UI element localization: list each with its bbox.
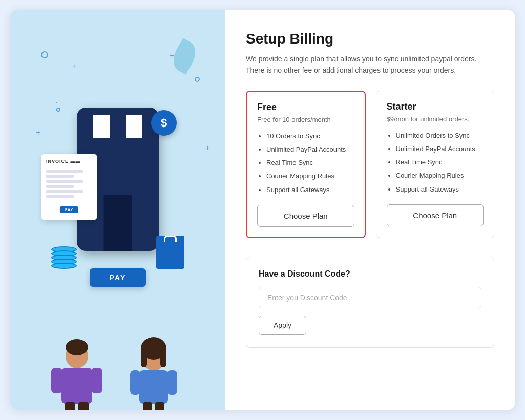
plans-container: Free Free for 10 orders/month 10 Orders … [246,91,494,238]
awning-stripes [77,115,159,138]
starter-plan-features: Unlimited Orders to Sync Unlimited PayPa… [387,131,484,194]
svg-rect-3 [51,368,62,393]
starter-plan-price: $9/mon for unlimited orders. [387,115,484,123]
awning-bottom-bar [77,138,159,151]
free-feature-5: Support all Gateways [266,185,354,195]
main-container: + + + + [10,10,515,410]
invoice-line [46,170,83,173]
free-feature-2: Unlimited PayPal Accounts [266,145,354,154]
svg-rect-6 [78,402,89,410]
apply-button[interactable]: Apply [259,316,306,335]
free-feature-3: Real Time Sync [266,158,354,167]
stripe [77,115,93,138]
free-plan-name: Free [257,102,354,113]
free-plan-features: 10 Orders to Sync Unlimited PayPal Accou… [257,132,354,195]
starter-plan-name: Starter [387,101,484,112]
page-title: Setup Billing [246,31,494,47]
discount-title: Have a Discount Code? [259,269,481,279]
starter-feature-4: Courier Mapping Rules [396,171,484,180]
invoice-card: INVOICE ▬▬ PAY [41,154,97,220]
invoice-line [46,180,83,183]
free-plan-choose-button[interactable]: Choose Plan [257,205,354,227]
svg-rect-4 [91,368,102,393]
invoice-line [46,195,74,198]
svg-rect-5 [65,402,75,410]
starter-feature-2: Unlimited PayPal Accounts [396,144,484,154]
svg-rect-11 [139,370,168,404]
invoice-line [46,175,74,178]
svg-rect-2 [61,368,92,404]
invoice-title-text: INVOICE ▬▬ [46,159,92,166]
free-feature-4: Courier Mapping Rules [266,172,354,181]
starter-feature-1: Unlimited Orders to Sync [396,131,484,140]
invoice-lines [46,170,92,198]
invoice-line [46,190,83,193]
free-plan-price: Free for 10 orders/month [257,116,354,123]
pay-button-large: PAY [90,268,146,287]
store-awning [77,115,159,151]
illustration-panel: + + + + [10,10,225,410]
starter-plan-card: Starter $9/mon for unlimited orders. Unl… [376,91,495,238]
stripe [93,115,110,138]
free-feature-1: 10 Orders to Sync [266,132,354,141]
stripe [126,115,142,138]
starter-plan-choose-button[interactable]: Choose Plan [387,204,484,226]
discount-code-input[interactable] [259,287,481,308]
svg-rect-13 [167,370,177,395]
stripe [110,115,126,138]
deco-plus-4: + [205,143,210,153]
shopping-bag [156,236,184,269]
svg-point-1 [66,339,88,355]
discount-section: Have a Discount Code? Apply [246,257,494,348]
invoice-line [46,185,74,188]
main-illustration: $ INVOICE ▬▬ PAY [31,102,205,318]
people-illustration [10,328,225,410]
svg-rect-14 [143,402,152,410]
invoice-pay-button: PAY [60,206,78,213]
page-description: We provide a single plan that allows you… [246,53,492,76]
deco-circle-3 [195,77,200,82]
free-plan-card: Free Free for 10 orders/month 10 Orders … [246,91,366,238]
deco-circle-1 [41,51,48,58]
dollar-badge: $ [151,110,177,136]
svg-rect-10 [160,349,166,367]
starter-feature-3: Real Time Sync [396,158,484,167]
svg-rect-9 [141,349,147,367]
deco-plus-1: + [72,61,76,71]
starter-feature-5: Support all Gateways [396,185,484,194]
bag-handle [164,236,177,242]
coins-stack [51,248,77,269]
svg-rect-12 [130,370,140,395]
svg-rect-15 [155,402,164,410]
coin [51,263,77,269]
store-door [104,195,132,251]
right-panel: Setup Billing We provide a single plan t… [225,10,515,410]
